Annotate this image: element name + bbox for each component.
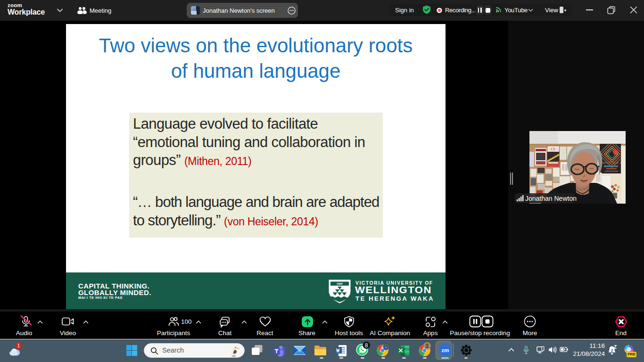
svg-text:NIGHT HUB 2: NIGHT HUB 2 [602,161,621,165]
svg-text:zm: zm [442,347,449,353]
svg-text:Ch: Ch [551,147,555,151]
svg-text:1897: 1897 [337,282,343,285]
svg-text:Z: Z [614,345,617,350]
svg-text:z: z [611,347,613,352]
svg-text:8: 8 [365,342,368,348]
